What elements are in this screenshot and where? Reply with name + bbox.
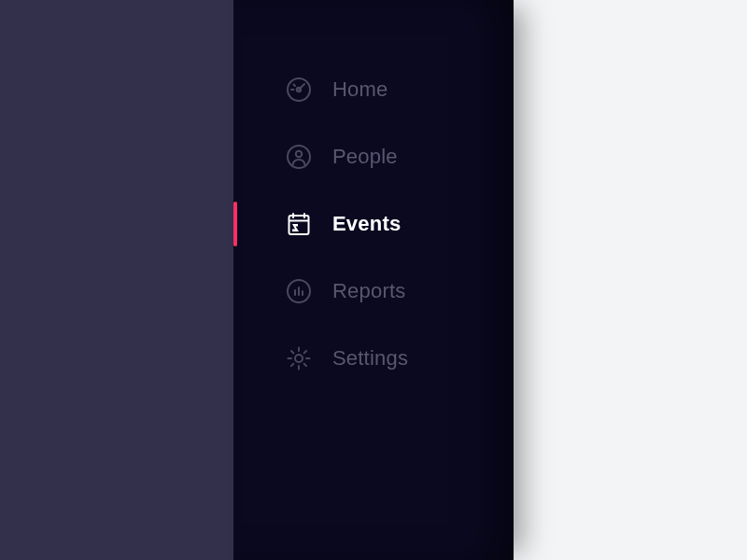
calendar-icon <box>286 211 312 237</box>
active-indicator <box>233 202 237 246</box>
sidebar: Home People Events <box>233 0 514 560</box>
svg-point-6 <box>296 151 302 157</box>
svg-line-21 <box>304 364 306 366</box>
person-circle-icon <box>286 144 312 170</box>
svg-line-23 <box>304 351 306 353</box>
svg-line-4 <box>294 85 296 87</box>
chart-circle-icon <box>286 278 312 304</box>
svg-line-20 <box>291 351 293 353</box>
svg-point-15 <box>295 355 303 362</box>
sidebar-item-label: People <box>332 145 398 169</box>
sidebar-item-label: Settings <box>332 346 408 371</box>
sidebar-item-people[interactable]: People <box>233 123 514 190</box>
gauge-icon <box>286 77 312 103</box>
gear-icon <box>286 345 312 371</box>
left-strip <box>0 0 233 560</box>
sidebar-item-settings[interactable]: Settings <box>233 325 514 392</box>
sidebar-item-events[interactable]: Events <box>233 190 514 258</box>
content-area <box>514 0 747 560</box>
svg-line-22 <box>291 364 293 366</box>
sidebar-item-label: Home <box>332 77 388 102</box>
sidebar-item-reports[interactable]: Reports <box>233 258 514 325</box>
sidebar-item-home[interactable]: Home <box>233 56 514 123</box>
sidebar-item-label: Reports <box>332 279 405 303</box>
sidebar-item-label: Events <box>332 212 401 236</box>
